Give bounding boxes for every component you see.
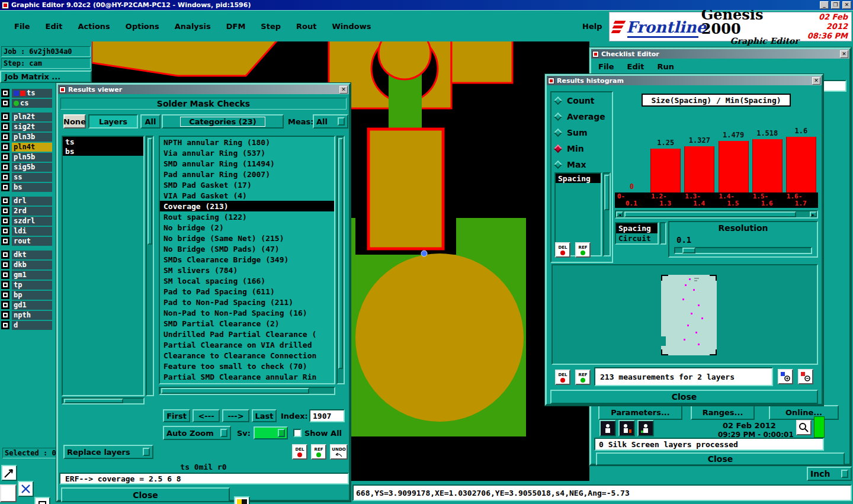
scrollbar-thumb[interactable] — [338, 138, 343, 369]
layer-name[interactable]: rout — [12, 237, 52, 246]
grid-tool-button[interactable] — [34, 497, 50, 504]
menu-actions[interactable]: Actions — [78, 22, 110, 31]
measure-tool-button[interactable] — [18, 481, 34, 497]
category-h-scrollbar[interactable] — [159, 387, 335, 395]
histogram-ref-button-2[interactable]: REF — [575, 370, 591, 385]
viewer-undo-button[interactable]: UNDO — [330, 444, 348, 460]
viewer-layer-scrollbar[interactable] — [146, 136, 154, 396]
layer-checkbox[interactable] — [1, 281, 9, 289]
viewer-close-button[interactable]: Close — [61, 487, 230, 502]
layer-name[interactable]: pln4t — [12, 143, 52, 152]
filter-all-button[interactable]: All — [140, 114, 161, 129]
menu-dfm[interactable]: DFM — [226, 22, 246, 31]
categories-header-button[interactable]: Categories (23) — [162, 114, 284, 129]
viewer-layer-h-scrollbar[interactable] — [62, 397, 145, 405]
show-all-checkbox[interactable] — [293, 429, 302, 437]
layer-checkbox[interactable] — [1, 123, 9, 131]
scrollbar-thumb[interactable] — [161, 388, 309, 394]
layer-checkbox[interactable] — [1, 113, 9, 121]
scrollbar-thumb[interactable] — [147, 138, 152, 245]
stat-option-average[interactable]: Average — [555, 111, 605, 123]
slider-thumb[interactable] — [682, 248, 695, 253]
layer-checkbox[interactable] — [1, 143, 9, 151]
histogram-ref-button[interactable]: REF — [575, 242, 591, 258]
category-item[interactable]: Non-Pad to Non-Pad Spacing (16) — [160, 307, 334, 318]
stat-option-max[interactable]: Max — [555, 159, 605, 171]
checklist-button-ranges[interactable]: Ranges... — [691, 405, 755, 420]
category-item[interactable]: SMDs Clearance Bridge (349) — [160, 254, 334, 265]
checklist-button-parameters[interactable]: Parameters... — [598, 405, 682, 420]
layer-name[interactable]: pln3b — [12, 133, 52, 142]
scrollbar-thumb[interactable] — [624, 211, 796, 217]
category-item[interactable]: Rout spacing (122) — [160, 211, 334, 222]
category-item[interactable]: No bridge (2) — [160, 222, 334, 233]
checklist-close-button[interactable]: Close — [596, 452, 845, 466]
series-scrollbar[interactable] — [603, 172, 611, 256]
mode-scrollbar[interactable] — [660, 222, 666, 245]
layer-checkbox[interactable] — [1, 153, 9, 161]
mode-item-circuit[interactable]: Circuit — [616, 233, 658, 243]
category-item[interactable]: SMD Pad Gasket (17) — [160, 179, 334, 190]
stat-option-sum[interactable]: Sum — [555, 127, 605, 139]
layer-name[interactable]: gd1 — [12, 301, 52, 310]
category-item[interactable]: SMD Partial Clearance (2) — [160, 318, 334, 329]
layer-name[interactable]: dkb — [12, 261, 52, 269]
histogram-del-button[interactable]: DEL — [555, 242, 570, 258]
menu-edit[interactable]: Edit — [46, 22, 63, 31]
results-viewer-close-icon[interactable]: ✕ — [339, 86, 348, 94]
checklist-titlebar[interactable]: Checklist Editor ✕ — [591, 49, 849, 59]
layer-name[interactable]: ss — [12, 173, 52, 182]
zoom-button[interactable] — [796, 420, 812, 435]
filter-layers-button[interactable]: Layers — [88, 114, 138, 129]
menu-file[interactable]: File — [14, 22, 30, 31]
histogram-titlebar[interactable]: Results histogram ✕ — [547, 76, 822, 85]
category-item[interactable]: Coverage (213) — [160, 201, 334, 211]
layer-name[interactable]: sig5b — [12, 163, 52, 172]
menu-help[interactable]: Help — [582, 22, 602, 31]
minimize-button[interactable]: _ — [820, 1, 829, 9]
layer-checkbox[interactable] — [1, 183, 9, 191]
layer-checkbox[interactable] — [1, 197, 9, 205]
category-item[interactable]: Feature too small to check (70) — [160, 361, 334, 371]
layer-checkbox[interactable] — [1, 301, 9, 309]
category-item[interactable]: Pad to Non-Pad Spacing (211) — [160, 297, 334, 307]
sv-color-dropdown[interactable] — [254, 426, 288, 439]
layer-checkbox[interactable] — [1, 227, 9, 235]
layer-name[interactable]: drl — [12, 197, 52, 206]
nav-next-button[interactable]: ---> — [222, 409, 249, 422]
resolution-slider[interactable] — [674, 247, 812, 254]
category-item[interactable]: VIA Pad Gasket (4) — [160, 190, 334, 201]
category-item[interactable]: Pad annular Ring (2007) — [160, 169, 334, 179]
viewer-layer-item-ts[interactable]: ts — [63, 137, 143, 146]
layer-name[interactable]: pln2t — [12, 113, 52, 121]
layer-checkbox[interactable] — [1, 207, 9, 215]
layer-name[interactable]: pln5b — [12, 153, 52, 162]
checklist-menu-file[interactable]: File — [598, 62, 614, 71]
nav-last-button[interactable]: Last — [252, 409, 277, 422]
menu-analysis[interactable]: Analysis — [175, 22, 211, 31]
meas-dropdown[interactable]: All — [313, 114, 348, 129]
layer-name[interactable]: szdrl — [12, 217, 52, 226]
nav-first-button[interactable]: First — [163, 409, 190, 422]
scroll-left-arrow[interactable]: ◄ — [616, 211, 623, 217]
layer-name[interactable]: dkt — [12, 251, 52, 259]
layer-colors-button[interactable] — [234, 496, 250, 504]
maximize-button[interactable]: ❐ — [831, 1, 840, 9]
scroll-right-arrow[interactable]: ► — [810, 211, 817, 217]
mode-list[interactable]: SpacingCircuit — [615, 222, 659, 245]
checklist-action-button-1[interactable] — [599, 420, 616, 436]
layer-name[interactable]: cs — [12, 99, 52, 108]
category-item[interactable]: Via annular Ring (537) — [160, 147, 334, 158]
category-item[interactable]: Undrilled Pad Partial Clearance ( — [160, 329, 334, 339]
category-item[interactable]: Partial SMD Clearance annular Rin — [160, 371, 334, 382]
category-item[interactable]: Clearance to Clearance Connection — [160, 350, 334, 361]
close-button[interactable]: ✕ — [842, 1, 851, 9]
replace-layers-dropdown[interactable]: Replace layers — [63, 445, 153, 459]
index-input[interactable]: 1907 — [309, 409, 345, 422]
layer-checkbox[interactable] — [1, 237, 9, 245]
layer-checkbox[interactable] — [1, 271, 9, 279]
window-titlebar[interactable]: Graphic Editor 9.02c2 (00@HY-P2CAM-PC12 … — [0, 0, 853, 10]
mode-item-spacing[interactable]: Spacing — [616, 223, 658, 233]
board-preview-panel[interactable] — [551, 264, 818, 365]
category-item[interactable]: SM local spacing (166) — [160, 275, 334, 286]
